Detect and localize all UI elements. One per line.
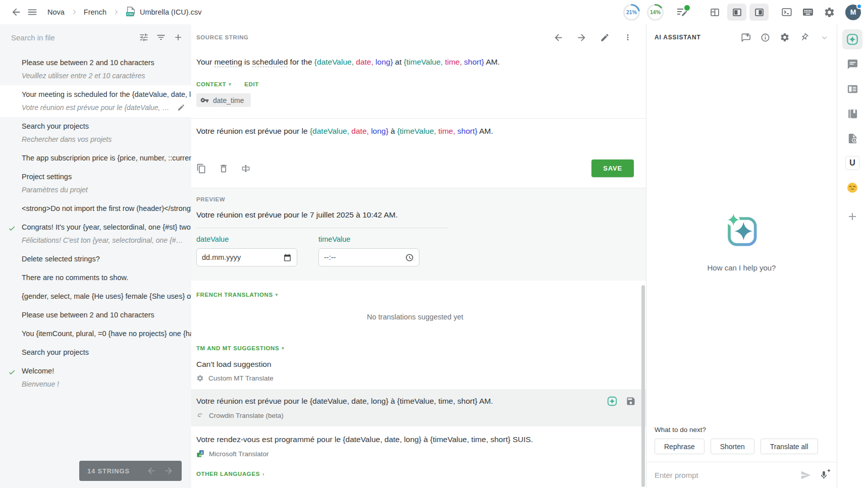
editor-scrollbar[interactable]	[641, 285, 645, 487]
insert-suggestion-button[interactable]	[607, 396, 618, 407]
assistant-info-button[interactable]	[760, 32, 771, 43]
string-list-item[interactable]: Congrats! It's your {year, selectordinal…	[0, 218, 191, 250]
edit-context-button[interactable]: EDIT	[244, 81, 259, 87]
ai-sparkle-icon	[607, 396, 618, 407]
prompt-input[interactable]	[655, 471, 792, 479]
layout-split-button[interactable]	[705, 4, 724, 21]
context-dropdown[interactable]: CONTEXT▾	[196, 81, 231, 87]
kebab-menu-icon	[623, 33, 632, 42]
pin-panel-button[interactable]	[797, 30, 812, 45]
layout-left-panel-button[interactable]	[727, 4, 746, 21]
text-select-icon	[241, 164, 251, 174]
string-list-item[interactable]: The app subscriprion price is {price, nu…	[0, 149, 191, 168]
breadcrumb-project[interactable]: Nova	[47, 8, 65, 16]
shortcuts-button[interactable]	[800, 4, 816, 20]
translate-all-button[interactable]: Translate all	[761, 439, 818, 454]
untranslated-status-icon	[8, 273, 15, 283]
string-list-item[interactable]: <strong>Do not import the first row (hea…	[0, 199, 191, 218]
layout-split-icon	[710, 7, 720, 18]
proofread-mode-button[interactable]	[674, 4, 691, 20]
prev-page-icon[interactable]	[146, 466, 156, 476]
no-translations-message: No translations suggested yet	[196, 313, 634, 321]
tm-suggestion[interactable]: Votre rendez-vous est programmé pour le …	[191, 426, 646, 465]
breadcrumb-file[interactable]: Umbrella (ICU).csv	[126, 7, 201, 18]
approved-status-icon	[8, 222, 15, 246]
tm-suggestions-dropdown[interactable]: TM AND MT SUGGESTIONS▾	[196, 345, 634, 351]
terms-tab[interactable]	[842, 79, 862, 99]
calendar-icon[interactable]	[283, 253, 292, 262]
send-icon[interactable]	[800, 470, 811, 480]
previous-string-button[interactable]	[552, 31, 564, 43]
user-avatar[interactable]: M	[845, 5, 861, 20]
time-input[interactable]: --:--	[318, 248, 419, 266]
approved-progress[interactable]: 14%	[646, 3, 665, 22]
string-list-item[interactable]: There are no comments to show.	[0, 268, 191, 287]
date-input[interactable]: dd.mm.yyyy	[196, 248, 297, 266]
settings-button[interactable]	[821, 4, 837, 20]
filter-icon[interactable]	[156, 32, 166, 42]
translated-progress[interactable]: 21%	[622, 3, 641, 22]
emoji-app-tab[interactable]	[842, 178, 862, 198]
tm-suggestion[interactable]: Votre réunion est prévue pour le {dateVa…	[191, 389, 646, 426]
string-list-item[interactable]: Search your projects Rechercher dans vos…	[0, 117, 191, 149]
icu-placeholder: short}	[455, 127, 477, 135]
icu-placeholder: {timeValue,	[397, 127, 436, 135]
advanced-filter-icon[interactable]	[139, 32, 149, 42]
shorten-button[interactable]: Shorten	[711, 439, 754, 454]
next-string-button[interactable]	[575, 31, 587, 43]
add-string-icon[interactable]	[173, 32, 183, 42]
new-conversation-button[interactable]	[740, 32, 751, 43]
voice-input-button[interactable]	[819, 470, 829, 480]
main-menu-button[interactable]	[24, 4, 40, 20]
tm-suggestion[interactable]: Can't load suggestion Custom MT Translat…	[191, 351, 646, 389]
untranslated-status-icon	[8, 347, 15, 358]
use-suggestion-button[interactable]	[626, 396, 636, 406]
preview-text: Votre réunion est prévue pour le 7 juill…	[196, 210, 634, 220]
clock-icon[interactable]	[405, 253, 414, 262]
search-input[interactable]	[11, 33, 132, 42]
pin-icon	[798, 31, 810, 43]
u-app-tab[interactable]: U	[842, 153, 862, 173]
collapse-panel-button[interactable]	[819, 32, 830, 43]
string-list-item[interactable]: {gender, select, male {He uses} female {…	[0, 287, 191, 306]
next-page-icon[interactable]	[164, 466, 174, 476]
untranslated-status-icon	[8, 89, 15, 113]
layout-right-panel-button[interactable]	[749, 4, 769, 21]
pencil-icon	[600, 33, 610, 42]
ai-assistant-tab[interactable]	[842, 29, 862, 49]
string-key-chip[interactable]: date_time	[196, 93, 251, 107]
french-translations-dropdown[interactable]: FRENCH TRANSLATIONS▾	[196, 292, 634, 298]
string-list-item[interactable]: Search your projects	[0, 343, 191, 362]
back-button[interactable]	[8, 4, 24, 20]
date-value-field: dateValue dd.mm.yyyy	[196, 235, 297, 266]
other-languages-toggle[interactable]: OTHER LANGUAGES›	[196, 471, 634, 477]
rephrase-button[interactable]: Rephrase	[655, 439, 704, 454]
assistant-settings-button[interactable]	[779, 32, 790, 43]
string-list-item[interactable]: Please use between 2 and 10 characters V…	[0, 53, 191, 85]
console-button[interactable]	[779, 4, 795, 20]
add-app-button[interactable]	[842, 206, 862, 227]
string-list-item[interactable]: Delete selected strings?	[0, 250, 191, 268]
translation-input[interactable]: Votre réunion est prévue pour le {dateVa…	[196, 119, 634, 136]
pencil-icon	[177, 103, 185, 112]
edit-source-button[interactable]	[599, 31, 611, 43]
string-list: Please use between 2 and 10 characters V…	[0, 50, 191, 394]
file-info-tab[interactable]	[842, 128, 862, 148]
select-text-button[interactable]	[241, 164, 251, 174]
string-list-item[interactable]: Please use between 2 and 10 characters	[0, 306, 191, 324]
comments-tab[interactable]	[842, 54, 862, 74]
save-button[interactable]: SAVE	[591, 159, 634, 177]
clear-translation-button[interactable]	[219, 164, 229, 174]
breadcrumb-language[interactable]: French	[84, 8, 106, 16]
untranslated-status-icon	[8, 291, 15, 302]
string-list-item[interactable]: You {itemCount, plural, =0 {have no proj…	[0, 324, 191, 343]
icu-placeholder: date,	[354, 58, 373, 66]
string-menu-button[interactable]	[622, 31, 634, 43]
string-list-item[interactable]: Welcome! Bienvenue !	[0, 362, 191, 394]
smiley-icon	[846, 182, 858, 194]
suggestion-text: Votre réunion est prévue pour le {dateVa…	[196, 396, 634, 406]
dictionary-tab[interactable]	[842, 103, 862, 124]
string-list-item[interactable]: Project settings Paramètres du projet	[0, 168, 191, 199]
string-list-item[interactable]: Your meeting is scheduled for the {dateV…	[0, 85, 191, 117]
copy-source-button[interactable]	[196, 164, 206, 174]
